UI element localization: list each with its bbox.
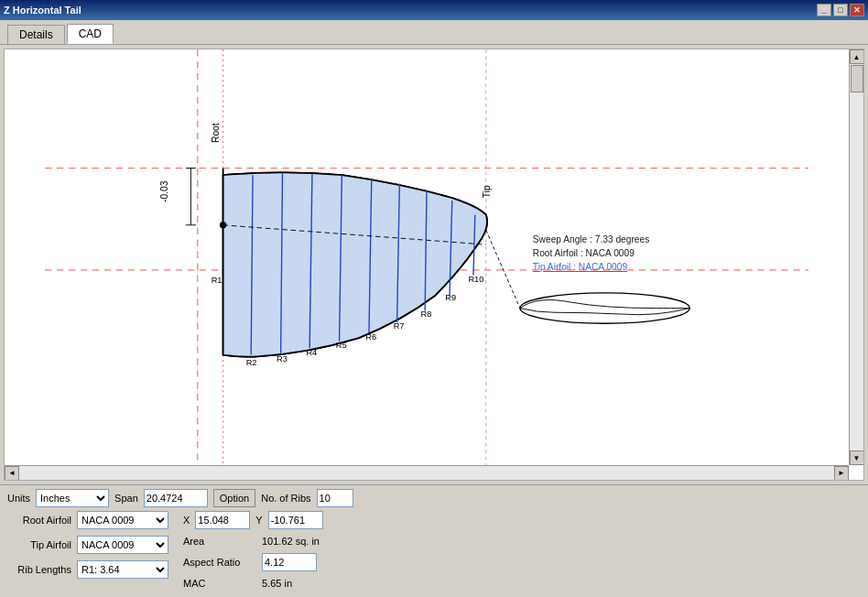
x-input[interactable] [195,511,250,529]
controls-row-2: Root Airfoil NACA 0009 Tip Airfoil NACA … [7,511,861,592]
svg-text:R5: R5 [336,341,347,350]
svg-text:R1: R1 [212,276,222,285]
bottom-panel: Units Inches Span Option No. of Ribs Roo… [0,484,868,596]
scroll-left-button[interactable]: ◄ [5,466,19,481]
rib-lengths-label: Rib Lengths [7,564,71,575]
tab-cad[interactable]: CAD [67,24,114,44]
svg-text:R6: R6 [365,332,376,342]
root-airfoil-label: Root Airfoil [7,515,71,526]
no-of-ribs-label: No. of Ribs [261,493,310,504]
rib-lengths-row: Rib Lengths R1: 3.64 [7,560,168,579]
option-button[interactable]: Option [213,489,255,507]
close-button[interactable]: ✕ [850,4,864,16]
area-value: 101.62 sq. in [262,536,320,547]
tip-airfoil-select[interactable]: NACA 0009 [77,536,168,554]
mac-label: MAC [183,578,256,589]
svg-line-37 [486,230,520,308]
tip-airfoil-row: Tip Airfoil NACA 0009 [7,536,168,554]
maximize-button[interactable]: □ [833,4,848,16]
svg-text:R8: R8 [421,309,432,319]
svg-text:R9: R9 [445,293,456,302]
svg-text:R7: R7 [394,321,405,331]
svg-text:-0.03: -0.03 [159,180,169,202]
right-controls: X Y Area 101.62 sq. in Aspect Ratio MAC … [183,511,323,592]
svg-point-16 [220,222,226,228]
horizontal-scrollbar[interactable]: ◄ ► [5,465,849,480]
aspect-ratio-row: Aspect Ratio [183,553,323,571]
aspect-ratio-input[interactable] [262,553,317,571]
area-row: Area 101.62 sq. in [183,536,323,547]
cad-area: -0.03 Root Tip R2 R3 R4 R5 R6 R7 R8 R9 R… [4,49,864,481]
tab-details[interactable]: Details [7,25,65,44]
title-bar: Z Horizontal Tail _ □ ✕ [0,0,868,20]
y-label: Y [255,515,262,526]
scroll-track-vertical [850,64,863,450]
svg-text:R10: R10 [468,275,483,284]
no-of-ribs-input[interactable] [317,489,353,507]
x-label: X [183,515,190,526]
scroll-down-button[interactable]: ▼ [850,450,864,465]
scroll-thumb-vertical[interactable] [851,65,863,92]
area-label: Area [183,536,256,547]
vertical-scrollbar[interactable]: ▲ ▼ [849,49,863,465]
tabs-bar: Details CAD [0,20,868,45]
tip-airfoil-label: Tip Airfoil [7,539,71,550]
mac-row: MAC 5.65 in [183,578,323,589]
svg-text:Tip: Tip [482,185,492,198]
svg-text:R3: R3 [277,354,288,364]
svg-text:Sweep Angle : 7.33 degrees: Sweep Angle : 7.33 degrees [533,234,649,244]
root-airfoil-select[interactable]: NACA 0009 [77,511,168,529]
units-label: Units [7,493,30,504]
svg-text:Root: Root [211,123,221,143]
controls-row-1: Units Inches Span Option No. of Ribs [7,489,861,507]
rib-lengths-select[interactable]: R1: 3.64 [77,560,168,579]
main-content: -0.03 Root Tip R2 R3 R4 R5 R6 R7 R8 R9 R… [0,45,868,596]
aspect-ratio-label: Aspect Ratio [183,557,256,568]
span-label: Span [114,493,138,504]
xy-row: X Y [183,511,323,529]
cad-drawing: -0.03 Root Tip R2 R3 R4 R5 R6 R7 R8 R9 R… [5,49,849,465]
units-select[interactable]: Inches [36,489,109,507]
svg-text:Root Airfoil : NACA 0009: Root Airfoil : NACA 0009 [533,248,635,258]
mac-value: 5.65 in [262,578,292,589]
left-controls: Root Airfoil NACA 0009 Tip Airfoil NACA … [7,511,168,592]
y-input[interactable] [268,511,323,529]
scroll-up-button[interactable]: ▲ [850,49,864,64]
scroll-track-horizontal [19,466,834,480]
root-airfoil-row: Root Airfoil NACA 0009 [7,511,168,529]
svg-text:R2: R2 [246,358,257,367]
svg-text:R4: R4 [306,348,317,357]
span-input[interactable] [144,489,208,507]
minimize-button[interactable]: _ [817,4,831,16]
window-controls: _ □ ✕ [817,4,864,16]
window-title: Z Horizontal Tail [4,5,81,16]
svg-text:Tip Airfoil   : NACA 0009: Tip Airfoil : NACA 0009 [533,262,628,272]
scroll-right-button[interactable]: ► [834,466,849,481]
